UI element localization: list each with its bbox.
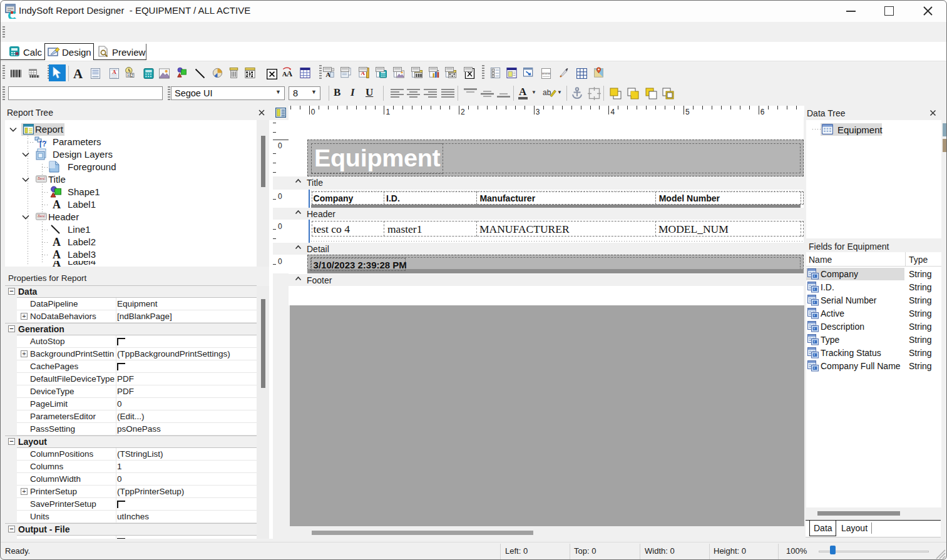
svg-text:A: A: [112, 69, 116, 75]
svg-text:1: 1: [127, 73, 130, 77]
svg-text:2: 2: [131, 73, 133, 78]
svg-text:[?]: [?]: [39, 140, 47, 148]
svg-text:Band: Band: [38, 177, 44, 180]
svg-text:Band: Band: [38, 215, 44, 218]
svg-text:www: www: [541, 71, 551, 75]
svg-text:A: A: [287, 69, 292, 78]
